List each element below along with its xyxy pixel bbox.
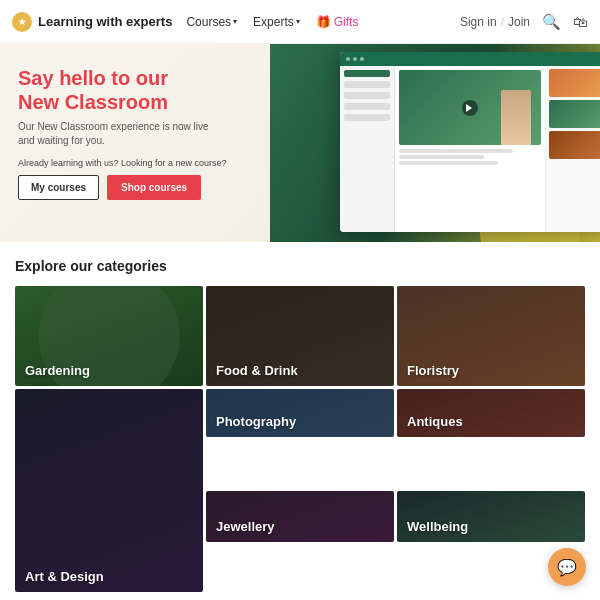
gift-icon: 🎁 (316, 15, 331, 29)
category-label: Gardening (15, 355, 100, 386)
category-food[interactable]: Food & Drink (206, 286, 394, 386)
logo-icon: ★ (12, 12, 32, 32)
bag-icon[interactable]: 🛍 (573, 13, 588, 30)
hero-section: Say hello to our New Classroom Our New C… (0, 44, 600, 242)
screen-thumbnail (549, 69, 600, 97)
chat-button[interactable]: 💬 (548, 548, 586, 586)
screen-video (399, 70, 541, 145)
screen-titlebar (340, 52, 600, 66)
chevron-down-icon: ▾ (233, 17, 237, 26)
sidebar-item (344, 103, 390, 110)
navigation: ★ Learning with experts Courses ▾ Expert… (0, 0, 600, 44)
nav-gifts[interactable]: 🎁 Gifts (316, 15, 359, 29)
chat-icon: 💬 (557, 558, 577, 577)
screen-body (340, 66, 600, 232)
screen-text (399, 149, 513, 153)
category-antiques[interactable]: Antiques (397, 389, 585, 437)
category-jewellery[interactable]: Jewellery (206, 491, 394, 542)
site-logo[interactable]: ★ Learning with experts (12, 12, 172, 32)
screen-dot-1 (346, 57, 350, 61)
hero-title-line1: Say hello to our (18, 66, 252, 90)
category-label: Jewellery (206, 511, 285, 542)
nav-experts[interactable]: Experts ▾ (253, 15, 300, 29)
category-label: Art & Design (15, 561, 114, 592)
hero-cta-text: Already learning with us? Looking for a … (18, 158, 252, 168)
category-wellbeing[interactable]: Wellbeing (397, 491, 585, 542)
category-label: Wellbeing (397, 511, 478, 542)
sidebar-item (344, 114, 390, 121)
screen-sidebar (340, 66, 395, 232)
auth-links: Sign in / Join (460, 15, 530, 29)
screen-dot-2 (353, 57, 357, 61)
join-link[interactable]: Join (508, 15, 530, 29)
category-label: Photography (206, 406, 306, 437)
hero-title-line2: New Classroom (18, 90, 252, 114)
chevron-down-icon: ▾ (296, 17, 300, 26)
category-label: Floristry (397, 355, 469, 386)
category-label: Food & Drink (206, 355, 308, 386)
sidebar-item (344, 70, 390, 77)
hero-content: Say hello to our New Classroom Our New C… (0, 44, 270, 242)
my-courses-button[interactable]: My courses (18, 175, 99, 200)
category-photography[interactable]: Photography (206, 389, 394, 437)
category-floristry[interactable]: Floristry (397, 286, 585, 386)
hero-buttons: My courses Shop courses (18, 175, 252, 200)
category-label: Antiques (397, 406, 473, 437)
screen-person (501, 90, 531, 145)
hero-title: Say hello to our New Classroom (18, 66, 252, 114)
screen-thumbnail (549, 100, 600, 128)
sidebar-item (344, 92, 390, 99)
hero-subtitle: Our New Classroom experience is now live… (18, 120, 218, 148)
sidebar-item (344, 81, 390, 88)
screen-main (395, 66, 545, 232)
category-gardening[interactable]: Gardening (15, 286, 203, 386)
nav-courses[interactable]: Courses ▾ (186, 15, 237, 29)
explore-title: Explore our categories (15, 258, 585, 274)
hero-visual (270, 44, 600, 242)
category-art[interactable]: Art & Design (15, 389, 203, 592)
screen-dot-3 (360, 57, 364, 61)
nav-right: Sign in / Join 🔍 🛍 (460, 13, 588, 31)
screen-text (399, 155, 484, 159)
screen-thumbnail (549, 131, 600, 159)
shop-courses-button[interactable]: Shop courses (107, 175, 201, 200)
screen-text (399, 161, 498, 165)
categories-grid: Gardening Food & Drink Floristry Art & D… (15, 286, 585, 592)
screen-panel (545, 66, 600, 232)
nav-links: Courses ▾ Experts ▾ 🎁 Gifts (186, 15, 358, 29)
sign-in-link[interactable]: Sign in (460, 15, 497, 29)
search-icon[interactable]: 🔍 (542, 13, 561, 31)
explore-section: Explore our categories Gardening Food & … (0, 242, 600, 600)
auth-divider: / (501, 15, 504, 29)
play-button-icon (462, 100, 478, 116)
logo-text: Learning with experts (38, 14, 172, 29)
classroom-preview (340, 52, 600, 232)
